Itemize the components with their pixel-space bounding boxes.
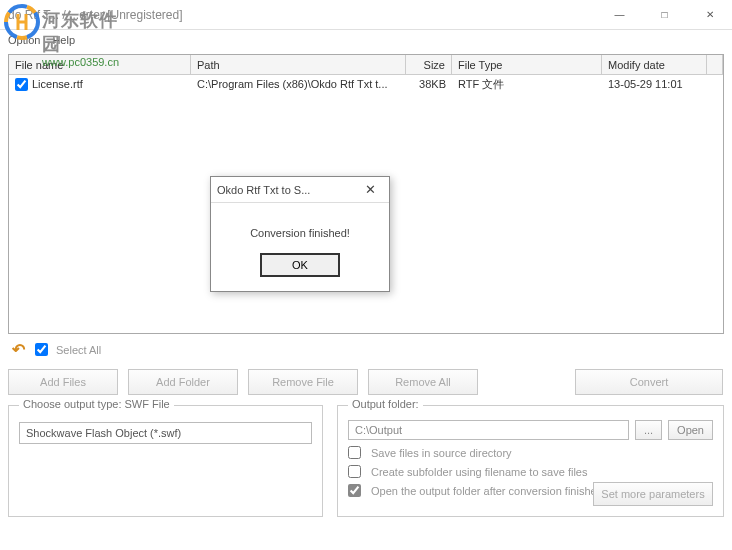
menu-help[interactable]: Help <box>52 34 75 46</box>
opt-open-after-checkbox[interactable] <box>348 484 361 497</box>
selectall-checkbox[interactable] <box>35 343 48 356</box>
conversion-finished-dialog: Okdo Rtf Txt to S... ✕ Conversion finish… <box>210 176 390 292</box>
window-title: do Rtf T... / ...erter [Unregistered] <box>8 8 597 22</box>
opt-subfolder-checkbox[interactable] <box>348 465 361 478</box>
menu-bar: Option Help <box>0 30 732 50</box>
convert-button[interactable]: Convert <box>575 369 723 395</box>
dialog-title-text: Okdo Rtf Txt to S... <box>217 184 357 196</box>
header-filetype[interactable]: File Type <box>452 55 602 74</box>
add-files-button[interactable]: Add Files <box>8 369 118 395</box>
output-folder-input[interactable]: C:\Output <box>348 420 629 440</box>
opt-save-source-checkbox[interactable] <box>348 446 361 459</box>
set-more-parameters-button[interactable]: Set more parameters <box>593 482 713 506</box>
opt-subfolder-label: Create subfolder using filename to save … <box>371 466 587 478</box>
dialog-message: Conversion finished! <box>211 203 389 253</box>
table-row[interactable]: License.rtf C:\Program Files (x86)\Okdo … <box>9 75 723 93</box>
close-button[interactable]: ✕ <box>687 0 732 30</box>
cell-filetype: RTF 文件 <box>452 76 602 93</box>
remove-all-button[interactable]: Remove All <box>368 369 478 395</box>
cell-filename: License.rtf <box>32 78 83 90</box>
undo-arrow-icon[interactable]: ↶ <box>12 340 25 359</box>
grid-header-row: File name Path Size File Type Modify dat… <box>9 55 723 75</box>
row-checkbox[interactable] <box>15 78 28 91</box>
opt-open-after-label: Open the output folder after conversion … <box>371 485 603 497</box>
menu-option[interactable]: Option <box>8 34 40 46</box>
cell-modifydate: 13-05-29 11:01 <box>602 77 707 91</box>
header-modifydate[interactable]: Modify date <box>602 55 707 74</box>
header-end <box>707 55 723 74</box>
minimize-button[interactable]: — <box>597 0 642 30</box>
add-folder-button[interactable]: Add Folder <box>128 369 238 395</box>
output-folder-panel: Output folder: C:\Output ... Open Save f… <box>337 405 724 517</box>
header-size[interactable]: Size <box>406 55 452 74</box>
header-filename[interactable]: File name <box>9 55 191 74</box>
header-path[interactable]: Path <box>191 55 406 74</box>
cell-size: 38KB <box>406 77 452 91</box>
cell-path: C:\Program Files (x86)\Okdo Rtf Txt t... <box>191 77 406 91</box>
maximize-button[interactable]: □ <box>642 0 687 30</box>
opt-save-source-label: Save files in source directory <box>371 447 512 459</box>
action-button-row: Add Files Add Folder Remove File Remove … <box>8 369 724 395</box>
selectall-text: Select All <box>56 344 101 356</box>
selectall-toolbar: ↶ Select All <box>8 340 724 359</box>
dialog-ok-button[interactable]: OK <box>260 253 340 277</box>
output-type-field[interactable]: Shockwave Flash Object (*.swf) <box>19 422 312 444</box>
output-type-label: Choose output type: SWF File <box>19 398 174 410</box>
selectall-label[interactable]: Select All <box>35 343 101 356</box>
remove-file-button[interactable]: Remove File <box>248 369 358 395</box>
browse-button[interactable]: ... <box>635 420 662 440</box>
output-type-panel: Choose output type: SWF File Shockwave F… <box>8 405 323 517</box>
output-folder-label: Output folder: <box>348 398 423 410</box>
open-folder-button[interactable]: Open <box>668 420 713 440</box>
window-titlebar: do Rtf T... / ...erter [Unregistered] — … <box>0 0 732 30</box>
dialog-close-button[interactable]: ✕ <box>357 182 383 197</box>
